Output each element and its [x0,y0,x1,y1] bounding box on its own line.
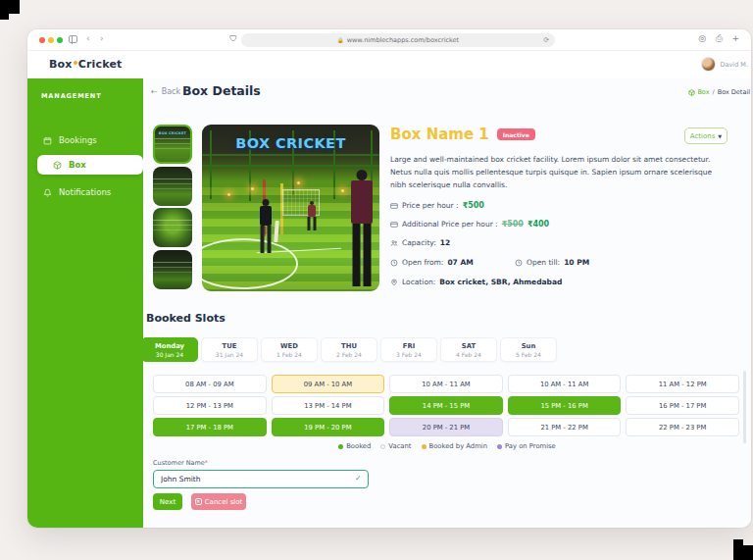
day-tab[interactable]: FRI3 Feb 24 [380,337,437,362]
legend-dot [380,444,385,449]
gallery-thumbnail[interactable] [153,167,192,206]
zoom-window-button[interactable] [57,37,63,43]
actions-button[interactable]: Actions ▼ [684,127,728,144]
day-tab-date: 4 Feb 24 [441,351,496,358]
location-pin-icon [390,279,398,286]
time-slot[interactable]: 21 PM - 22 PM [508,418,622,436]
payment-card-icon [390,202,398,210]
open-from-value: 07 AM [447,258,473,267]
time-slot[interactable]: 13 PM - 14 PM [272,396,385,415]
downloads-icon[interactable]: ◎ [698,33,706,43]
capacity-value: 12 [440,238,450,247]
open-till-row: Open till: 10 PM [515,258,589,267]
day-tab-date: 2 Feb 24 [322,351,376,358]
net-frame-bar [202,165,379,167]
required-asterisk: * [205,459,208,467]
day-tab-date: 1 Feb 24 [262,351,317,358]
day-tab-label: THU [322,342,376,350]
back-nav-icon[interactable]: ‹ [86,33,90,43]
avatar [701,57,716,72]
new-price-value: ₹400 [527,220,549,229]
corner-artifact [0,14,9,20]
logo-text-box: Box [49,58,73,71]
gallery-thumbnail[interactable]: BOX CRICKET [153,125,192,164]
sidebar-item-bookings[interactable]: Bookings [27,130,143,150]
reload-icon[interactable]: ⟳ [543,36,549,44]
browser-chrome: ‹ › 🛡 🔒 www.nimblechapps.com/boxcricket … [27,29,751,51]
location-value: Box cricket, SBR, Ahmedabad [439,278,562,286]
old-price-value: ₹500 [502,220,524,229]
new-tab-icon[interactable]: + [731,33,739,43]
breadcrumb-box-link[interactable]: Box [688,88,709,96]
sidebar-toggle-icon[interactable] [69,35,77,43]
sidebar-item-box[interactable]: Box [37,155,143,175]
cancel-slot-button[interactable]: ✕ Cancel slot [191,493,246,510]
time-slot[interactable]: 17 PM - 18 PM [153,418,267,436]
time-slot[interactable]: 15 PM - 16 PM [508,396,622,415]
cricket-ball-icon [74,61,77,65]
breadcrumb-current: Box Detail [718,88,750,96]
next-button[interactable]: Next [153,493,182,510]
day-tab[interactable]: Sun5 Feb 24 [500,337,557,362]
share-icon[interactable]: ⎙ [716,33,723,44]
box-name: Box Name 1 [390,126,489,143]
time-slot[interactable]: 20 PM - 21 PM [389,418,503,436]
image-overlay-text: BOX CRICKET [202,135,379,151]
sidebar-item-notifications[interactable]: Notifications [27,182,143,202]
gallery-thumbnail[interactable] [153,250,192,289]
status-badge: Inactive [497,128,535,140]
user-name: David M. [720,61,748,69]
browser-window: ‹ › 🛡 🔒 www.nimblechapps.com/boxcricket … [27,29,751,528]
time-slot[interactable]: 08 AM - 09 AM [153,375,267,393]
clock-icon [515,259,523,267]
sidebar-section-title: MANAGEMENT [41,92,102,100]
gallery-thumbnail[interactable] [153,208,192,247]
back-arrow-icon: ← [151,87,158,96]
legend-dot [497,444,502,449]
day-tab[interactable]: Monday30 Jan 24 [141,337,198,362]
customer-name-input[interactable] [153,470,369,488]
calendar-icon [43,136,52,145]
customer-name-label: Customer Name* [153,459,208,467]
forward-nav-icon[interactable]: › [100,33,104,43]
time-slot[interactable]: 11 AM - 12 PM [626,375,739,393]
location-row: Location: Box cricket, SBR, Ahmedabad [390,278,562,286]
day-tab[interactable]: TUE31 Jan 24 [201,337,258,362]
breadcrumb-separator: / [713,88,715,96]
floodlight [297,181,300,184]
time-slot[interactable]: 14 PM - 15 PM [389,396,503,415]
open-from-row: Open from: 07 AM [390,258,474,267]
page-title: Box Details [182,83,261,98]
bell-icon [43,188,52,197]
scrollbar[interactable] [743,371,746,443]
corner-artifact [733,545,753,560]
day-tab[interactable]: WED1 Feb 24 [261,337,318,362]
day-tab-label: Monday [142,342,197,350]
time-slot[interactable]: 22 PM - 23 PM [626,418,739,436]
time-slot[interactable]: 10 AM - 11 AM [508,375,622,393]
close-window-button[interactable] [39,37,45,43]
time-slot[interactable]: 10 AM - 11 AM [389,375,503,393]
price-value: ₹500 [463,201,484,210]
legend-item: Booked by Admin [422,442,488,450]
time-slot[interactable]: 12 PM - 13 PM [153,396,267,415]
back-link[interactable]: ← Back [151,87,180,96]
cancel-x-icon: ✕ [195,498,202,505]
minimize-window-button[interactable] [48,37,54,43]
breadcrumb: Box / Box Detail [688,88,750,96]
time-slot[interactable]: 19 PM - 20 PM [272,418,385,436]
cube-icon [688,89,695,96]
user-menu[interactable]: David M. [701,57,748,72]
corner-artifact [0,0,20,14]
privacy-shield-icon[interactable]: 🛡 [229,34,237,43]
price-row: Price per hour : ₹500 [390,201,484,210]
capacity-row: Capacity: 12 [390,238,450,247]
time-slot[interactable]: 09 AM - 10 AM [272,375,385,393]
address-bar[interactable]: 🔒 www.nimblechapps.com/boxcricket ⟳ [241,33,555,47]
slot-grid: 08 AM - 09 AM09 AM - 10 AM10 AM - 11 AM1… [153,375,739,436]
day-tab[interactable]: SAT4 Feb 24 [440,337,497,362]
cube-icon [53,161,62,170]
payment-card-icon [390,221,398,229]
time-slot[interactable]: 16 PM - 17 PM [626,396,739,415]
day-tab[interactable]: THU2 Feb 24 [321,337,377,362]
